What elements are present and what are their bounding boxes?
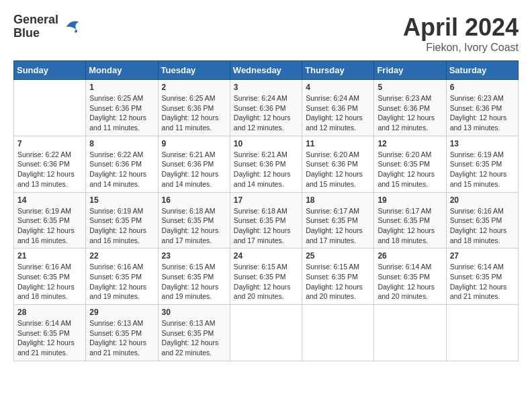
calendar-cell: 27Sunrise: 6:14 AMSunset: 6:35 PMDayligh… [446, 248, 518, 305]
calendar-cell: 10Sunrise: 6:21 AMSunset: 6:36 PMDayligh… [230, 136, 302, 192]
day-info: Sunrise: 6:13 AMSunset: 6:35 PMDaylight:… [89, 318, 154, 358]
day-number: 14 [17, 195, 82, 205]
calendar-week-row: 28Sunrise: 6:14 AMSunset: 6:35 PMDayligh… [14, 305, 519, 361]
day-info: Sunrise: 6:23 AMSunset: 6:36 PMDaylight:… [378, 93, 442, 133]
weekday-header-wednesday: Wednesday [230, 61, 302, 80]
day-number: 26 [378, 251, 442, 261]
day-info: Sunrise: 6:19 AMSunset: 6:35 PMDaylight:… [89, 206, 154, 246]
day-number: 3 [234, 83, 298, 92]
calendar-cell [374, 305, 446, 361]
day-info: Sunrise: 6:16 AMSunset: 6:35 PMDaylight:… [17, 262, 82, 302]
calendar-cell: 18Sunrise: 6:17 AMSunset: 6:35 PMDayligh… [302, 192, 374, 248]
day-number: 15 [89, 195, 154, 205]
day-number: 25 [306, 251, 370, 261]
calendar-cell: 15Sunrise: 6:19 AMSunset: 6:35 PMDayligh… [86, 192, 158, 248]
weekday-header-thursday: Thursday [302, 61, 374, 80]
calendar-cell: 13Sunrise: 6:19 AMSunset: 6:35 PMDayligh… [446, 136, 518, 192]
calendar-cell: 26Sunrise: 6:14 AMSunset: 6:35 PMDayligh… [374, 248, 446, 305]
weekday-header-monday: Monday [86, 61, 158, 80]
day-info: Sunrise: 6:21 AMSunset: 6:36 PMDaylight:… [162, 150, 226, 189]
weekday-header-friday: Friday [374, 61, 446, 80]
calendar-cell: 30Sunrise: 6:13 AMSunset: 6:35 PMDayligh… [158, 305, 230, 361]
day-number: 10 [234, 139, 298, 148]
calendar-cell: 3Sunrise: 6:24 AMSunset: 6:36 PMDaylight… [230, 80, 302, 136]
day-number: 4 [306, 83, 370, 92]
day-info: Sunrise: 6:22 AMSunset: 6:36 PMDaylight:… [89, 150, 154, 189]
calendar-cell [446, 305, 518, 361]
calendar-cell: 1Sunrise: 6:25 AMSunset: 6:36 PMDaylight… [86, 80, 158, 136]
calendar-cell: 17Sunrise: 6:18 AMSunset: 6:35 PMDayligh… [230, 192, 302, 248]
day-number: 24 [234, 251, 298, 261]
logo-line2: Blue [13, 27, 58, 40]
weekday-header-tuesday: Tuesday [158, 61, 230, 80]
day-info: Sunrise: 6:14 AMSunset: 6:35 PMDaylight:… [378, 262, 442, 302]
calendar-cell: 21Sunrise: 6:16 AMSunset: 6:35 PMDayligh… [14, 248, 86, 305]
day-number: 23 [162, 251, 226, 261]
day-info: Sunrise: 6:25 AMSunset: 6:36 PMDaylight:… [89, 93, 154, 133]
day-number: 29 [89, 308, 154, 317]
calendar-cell: 28Sunrise: 6:14 AMSunset: 6:35 PMDayligh… [14, 305, 86, 361]
calendar-cell: 2Sunrise: 6:25 AMSunset: 6:36 PMDaylight… [158, 80, 230, 136]
logo-text: General Blue [13, 13, 58, 40]
day-number: 19 [378, 195, 442, 205]
day-number: 5 [378, 83, 442, 92]
day-number: 20 [450, 195, 515, 205]
calendar-week-row: 14Sunrise: 6:19 AMSunset: 6:35 PMDayligh… [14, 192, 519, 248]
calendar-cell: 8Sunrise: 6:22 AMSunset: 6:36 PMDaylight… [86, 136, 158, 192]
calendar-cell: 11Sunrise: 6:20 AMSunset: 6:36 PMDayligh… [302, 136, 374, 192]
calendar-cell: 24Sunrise: 6:15 AMSunset: 6:35 PMDayligh… [230, 248, 302, 305]
day-info: Sunrise: 6:22 AMSunset: 6:36 PMDaylight:… [17, 150, 82, 189]
calendar-cell: 25Sunrise: 6:15 AMSunset: 6:35 PMDayligh… [302, 248, 374, 305]
calendar-cell: 14Sunrise: 6:19 AMSunset: 6:35 PMDayligh… [14, 192, 86, 248]
calendar-cell: 29Sunrise: 6:13 AMSunset: 6:35 PMDayligh… [86, 305, 158, 361]
calendar-cell [230, 305, 302, 361]
calendar-week-row: 21Sunrise: 6:16 AMSunset: 6:35 PMDayligh… [14, 248, 519, 305]
day-info: Sunrise: 6:18 AMSunset: 6:35 PMDaylight:… [234, 206, 298, 246]
day-number: 21 [17, 251, 82, 261]
day-info: Sunrise: 6:14 AMSunset: 6:35 PMDaylight:… [450, 262, 515, 302]
calendar-cell: 7Sunrise: 6:22 AMSunset: 6:36 PMDaylight… [14, 136, 86, 192]
day-info: Sunrise: 6:14 AMSunset: 6:35 PMDaylight:… [17, 318, 82, 358]
day-number: 7 [17, 139, 82, 148]
calendar-cell: 9Sunrise: 6:21 AMSunset: 6:36 PMDaylight… [158, 136, 230, 192]
day-number: 27 [450, 251, 515, 261]
calendar-title: April 2024 [403, 13, 519, 42]
day-info: Sunrise: 6:25 AMSunset: 6:36 PMDaylight:… [162, 93, 226, 133]
day-info: Sunrise: 6:23 AMSunset: 6:36 PMDaylight:… [450, 93, 515, 133]
calendar-cell: 23Sunrise: 6:15 AMSunset: 6:35 PMDayligh… [158, 248, 230, 305]
day-number: 22 [89, 251, 154, 261]
day-number: 2 [162, 83, 226, 92]
day-info: Sunrise: 6:13 AMSunset: 6:35 PMDaylight:… [162, 318, 226, 358]
weekday-header-row: SundayMondayTuesdayWednesdayThursdayFrid… [14, 61, 519, 80]
calendar-cell: 5Sunrise: 6:23 AMSunset: 6:36 PMDaylight… [374, 80, 446, 136]
day-info: Sunrise: 6:17 AMSunset: 6:35 PMDaylight:… [306, 206, 370, 246]
calendar-table: SundayMondayTuesdayWednesdayThursdayFrid… [13, 60, 519, 361]
calendar-week-row: 1Sunrise: 6:25 AMSunset: 6:36 PMDaylight… [14, 80, 519, 136]
day-number: 9 [162, 139, 226, 148]
calendar-cell: 20Sunrise: 6:16 AMSunset: 6:35 PMDayligh… [446, 192, 518, 248]
day-info: Sunrise: 6:19 AMSunset: 6:35 PMDaylight:… [17, 206, 82, 246]
day-info: Sunrise: 6:21 AMSunset: 6:36 PMDaylight:… [234, 150, 298, 189]
day-number: 28 [17, 308, 82, 317]
day-info: Sunrise: 6:15 AMSunset: 6:35 PMDaylight:… [234, 262, 298, 302]
day-number: 1 [89, 83, 154, 92]
weekday-header-sunday: Sunday [14, 61, 86, 80]
day-info: Sunrise: 6:24 AMSunset: 6:36 PMDaylight:… [234, 93, 298, 133]
day-info: Sunrise: 6:18 AMSunset: 6:35 PMDaylight:… [162, 206, 226, 246]
day-info: Sunrise: 6:24 AMSunset: 6:36 PMDaylight:… [306, 93, 370, 133]
page-header: General Blue April 2024 Fiekon, Ivory Co… [13, 13, 519, 54]
day-number: 16 [162, 195, 226, 205]
logo: General Blue [13, 13, 81, 40]
weekday-header-saturday: Saturday [446, 61, 518, 80]
day-number: 18 [306, 195, 370, 205]
calendar-cell [14, 80, 86, 136]
calendar-cell: 22Sunrise: 6:16 AMSunset: 6:35 PMDayligh… [86, 248, 158, 305]
day-number: 17 [234, 195, 298, 205]
calendar-cell: 19Sunrise: 6:17 AMSunset: 6:35 PMDayligh… [374, 192, 446, 248]
day-number: 11 [306, 139, 370, 148]
calendar-subtitle: Fiekon, Ivory Coast [403, 42, 519, 54]
calendar-cell: 16Sunrise: 6:18 AMSunset: 6:35 PMDayligh… [158, 192, 230, 248]
calendar-cell [302, 305, 374, 361]
logo-bird-icon [61, 17, 81, 37]
calendar-cell: 12Sunrise: 6:20 AMSunset: 6:35 PMDayligh… [374, 136, 446, 192]
